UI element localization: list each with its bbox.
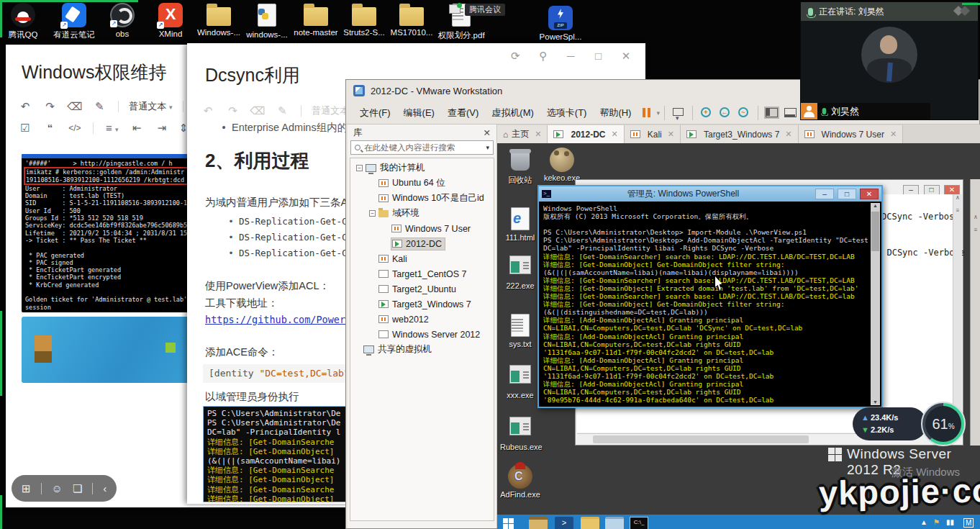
chevron-down-icon[interactable]: ▾ <box>656 109 660 117</box>
library-item-shared-vms[interactable]: 共享的虚拟机 <box>350 342 494 357</box>
show-library-button[interactable] <box>764 106 780 120</box>
take-snapshot-button[interactable]: + <box>699 106 714 120</box>
undo-icon[interactable]: ↶ <box>14 100 36 113</box>
library-folder-domain-env[interactable]: −域环境 <box>350 206 494 221</box>
vertical-scrollbar[interactable]: ▲▼ <box>871 203 880 405</box>
library-item-windows10[interactable]: Windows 10不是自己id <box>350 191 494 206</box>
window-taskbar-icon[interactable] <box>605 517 624 529</box>
vm-icon-222-exe[interactable]: 222.exe <box>500 253 540 290</box>
vm-icon-xxx-exe[interactable]: xxx.exe <box>500 362 540 399</box>
indent-increase-icon[interactable]: ⇥ <box>151 122 173 135</box>
vm-icon-111-html[interactable]: 111.html <box>500 207 540 242</box>
library-item-ubuntu64[interactable]: Ubuntu 64 位 <box>350 176 494 191</box>
pin-icon[interactable]: ⚲ <box>531 50 555 63</box>
memory-percent-widget[interactable]: 61% <box>921 402 966 446</box>
widgets-icon[interactable]: ⊞ <box>22 482 31 495</box>
comment-icon[interactable]: ❏ <box>73 482 82 495</box>
powershell-window[interactable]: >_ 管理员: Windows PowerShell – □ ✕ Windows… <box>537 185 883 408</box>
menu-tabs[interactable]: 选项卡(T) <box>540 104 594 122</box>
refresh-icon[interactable]: ⟳ <box>503 50 527 63</box>
minimize-icon[interactable]: ─ <box>558 50 583 62</box>
indent-decrease-icon[interactable]: ⇤ <box>126 122 148 135</box>
desktop-icon-ms17010[interactable]: MS17010... <box>388 3 435 37</box>
undo-icon[interactable]: ↶ <box>197 104 219 117</box>
menu-help[interactable]: 帮助(H) <box>593 104 638 122</box>
menu-edit[interactable]: 编辑(E) <box>397 104 441 122</box>
tab-kali[interactable]: Kali✕ <box>625 125 681 143</box>
revert-snapshot-button[interactable]: ← <box>717 106 733 120</box>
collapse-icon[interactable]: ‹ <box>103 482 106 494</box>
desktop-icon-youdao[interactable]: 有道云笔记 <box>50 3 98 40</box>
eraser-icon[interactable]: ⌫ <box>247 104 268 117</box>
eraser-icon[interactable]: ⌫ <box>64 100 86 113</box>
library-item-kali[interactable]: Kali <box>350 251 494 266</box>
tab-home[interactable]: ⌂主页✕ <box>497 125 548 143</box>
library-item-target1[interactable]: Target1_CentOS 7 <box>350 266 494 281</box>
start-button[interactable] <box>503 518 522 529</box>
close-icon[interactable]: ✕ <box>785 130 791 139</box>
close-icon[interactable]: ✕ <box>612 130 618 139</box>
desktop-icon-obs[interactable]: obs <box>99 3 146 38</box>
desktop-icon-windows-py[interactable]: windows-... <box>243 3 291 39</box>
code-icon[interactable]: </> <box>64 123 86 133</box>
desktop-screenshot-image[interactable] <box>22 317 200 383</box>
close-icon[interactable]: ✕ <box>860 189 879 199</box>
close-icon[interactable]: ✕ <box>535 130 541 139</box>
pause-vm-button[interactable] <box>639 106 655 120</box>
library-item-winserver2012[interactable]: Windows Server 2012 <box>350 327 494 342</box>
close-icon[interactable]: ✕ <box>484 127 491 138</box>
active-console-taskbar-icon[interactable]: C:\_ <box>630 517 648 529</box>
powershell-titlebar[interactable]: >_ 管理员: Windows PowerShell – □ ✕ <box>539 186 881 202</box>
file-explorer-icon[interactable] <box>581 517 599 529</box>
desktop-icon-qq[interactable]: 腾讯QQ <box>0 3 47 40</box>
library-item-web2012[interactable]: web2012 <box>350 312 494 327</box>
library-item-2012-dc[interactable]: 2012-DC <box>350 236 494 251</box>
powershell-taskbar-icon[interactable]: > <box>555 517 573 529</box>
tray-up-arrow-icon[interactable]: ▲ <box>920 518 927 526</box>
quote-icon[interactable]: “ <box>39 122 60 134</box>
align-icon[interactable]: ≡ ▾ <box>101 122 123 134</box>
format-select[interactable]: 普通文本 ▾ <box>126 100 175 113</box>
menu-file[interactable]: 文件(F) <box>353 104 397 122</box>
library-item-target2[interactable]: Target2_Ubuntu <box>350 281 494 297</box>
close-icon[interactable]: ✕ <box>614 50 638 63</box>
vm-taskbar[interactable]: > C:\_ ▲ ⚑ ▮▮ M <box>497 515 980 529</box>
desktop-icon-struts2[interactable]: Struts2-S... <box>340 3 388 37</box>
menu-vm[interactable]: 虚拟机(M) <box>485 104 540 122</box>
network-speed-overlay[interactable]: ▲23.4K/s ▼2.2K/s <box>853 407 927 440</box>
manage-snapshot-button[interactable]: ~ <box>736 106 752 120</box>
redo-icon[interactable]: ↷ <box>222 104 243 117</box>
maximize-icon[interactable]: □ <box>838 189 856 199</box>
vm-icon-kekeo[interactable]: kekeo.exe <box>542 148 582 182</box>
tray-flag-icon[interactable]: ⚑ <box>933 518 940 526</box>
format-painter-icon[interactable]: ✎ <box>271 104 293 117</box>
tray-network-icon[interactable]: ▮▮ <box>946 518 954 526</box>
library-item-win7-user[interactable]: Windows 7 User <box>350 221 494 236</box>
maximize-icon[interactable]: □ <box>924 185 940 195</box>
checkbox-list-icon[interactable]: ☑ <box>14 122 36 135</box>
desktop-icon-windows-folder[interactable]: Windows-... <box>195 3 242 37</box>
format-painter-icon[interactable]: ✎ <box>89 100 110 113</box>
chevron-down-icon[interactable]: ▾ <box>486 144 489 151</box>
maximize-icon[interactable]: □ <box>586 50 611 62</box>
vertical-scrollbar[interactable]: ∧≡ <box>953 194 962 433</box>
desktop-icon-powersploit[interactable]: PowerSpl... <box>537 6 584 41</box>
mimikatz-terminal-image[interactable]: '#####' > http://pingcastle.com / h imik… <box>22 154 200 312</box>
library-item-my-computer[interactable]: −我的计算机 <box>350 160 494 176</box>
menu-view[interactable]: 查看(V) <box>441 104 485 122</box>
participant-video[interactable]: 刘昊然 <box>801 21 978 119</box>
emoji-icon[interactable]: ☺ <box>52 482 63 494</box>
meeting-window-icon[interactable] <box>449 4 460 14</box>
collapse-expander-icon[interactable]: − <box>369 210 376 217</box>
minimize-icon[interactable]: – <box>815 189 834 199</box>
vm-icon-adfind[interactable]: AdFind.exe <box>500 464 540 499</box>
redo-icon[interactable]: ↷ <box>39 100 60 113</box>
input-method-icon[interactable]: M <box>963 518 974 528</box>
close-icon[interactable]: ✕ <box>890 130 897 139</box>
tab-win7-user[interactable]: Windows 7 User✕ <box>799 125 904 143</box>
desktop-icon-note-master[interactable]: note-master <box>292 3 340 37</box>
library-search-input[interactable]: 在此处键入内容进行搜索 ▾ <box>350 140 494 155</box>
close-icon[interactable]: ✕ <box>668 130 674 139</box>
tab-target3[interactable]: Target3_Windows 7✕ <box>681 125 799 143</box>
desktop-icon-xmind[interactable]: XXMind <box>147 3 194 38</box>
